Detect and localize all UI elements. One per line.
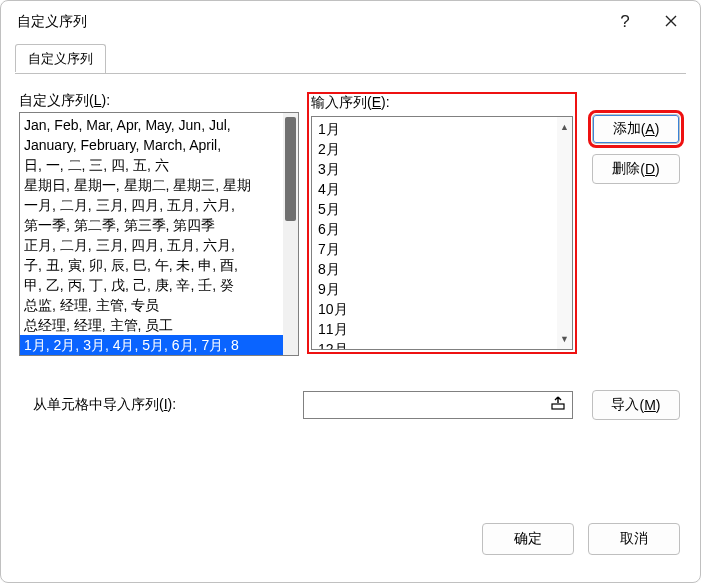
help-icon: ? [620,12,629,32]
entries-textarea[interactable]: 1月 2月 3月 4月 5月 6月 7月 8月 9月 10月 11月 12月 ▲… [311,116,573,350]
entries-label-accel: E [372,94,381,110]
entries-scroll-up[interactable]: ▲ [559,121,570,133]
import-row: 从单元格中导入序列(I): 导入(M) [19,390,684,420]
entries-scrollbar[interactable]: ▲ ▼ [557,117,572,349]
tabstrip: 自定义序列 [15,43,686,73]
cancel-button[interactable]: 取消 [588,523,680,555]
close-icon [665,14,677,30]
ok-button[interactable]: 确定 [482,523,574,555]
entries-label-text: 输入序列 [311,94,367,110]
list-item[interactable]: January, February, March, April, [20,135,283,155]
import-label-accel: I [164,396,168,412]
delete-button[interactable]: 删除(D) [592,154,680,184]
import-button[interactable]: 导入(M) [592,390,680,420]
list-item[interactable]: 甲, 乙, 丙, 丁, 戊, 己, 庚, 辛, 壬, 癸 [20,275,283,295]
lists-scrollbar[interactable] [283,113,298,355]
entries-label: 输入序列(E): [311,94,390,112]
entries-column: 输入序列(E): 1月 2月 3月 4月 5月 6月 7月 8月 9月 10月 … [307,92,577,360]
list-item[interactable]: 星期日, 星期一, 星期二, 星期三, 星期 [20,175,283,195]
content: 自定义序列(L): Jan, Feb, Mar, Apr, May, Jun, … [1,74,700,510]
import-input[interactable] [303,391,573,419]
import-button-accel: M [644,397,656,413]
entries-text: 1月 2月 3月 4月 5月 6月 7月 8月 9月 10月 11月 12月 [312,117,557,349]
add-button-accel: A [645,121,654,137]
list-item[interactable]: 一月, 二月, 三月, 四月, 五月, 六月, [20,195,283,215]
list-item[interactable]: 总监, 经理, 主管, 专员 [20,295,283,315]
chevron-down-icon: ▼ [560,334,569,344]
range-picker-button[interactable] [549,395,567,413]
import-input-cell [303,391,573,419]
delete-button-label: 删除 [612,160,640,178]
entries-scroll-down[interactable]: ▼ [559,333,570,345]
add-button-label: 添加 [613,120,641,138]
lists-listbox[interactable]: Jan, Feb, Mar, Apr, May, Jun, Jul,Januar… [19,112,299,356]
help-button[interactable]: ? [602,6,648,38]
list-item[interactable]: 正月, 二月, 三月, 四月, 五月, 六月, [20,235,283,255]
lists-scrollbar-thumb[interactable] [285,117,296,221]
lists-label-text: 自定义序列 [19,92,89,108]
range-picker-icon [550,395,566,414]
import-button-label: 导入 [611,396,639,414]
lists-column: 自定义序列(L): Jan, Feb, Mar, Apr, May, Jun, … [19,92,299,360]
import-label-text: 从单元格中导入序列 [33,396,159,412]
titlebar-buttons: ? [602,6,694,38]
list-item[interactable]: 子, 丑, 寅, 卯, 辰, 巳, 午, 未, 申, 酉, [20,255,283,275]
close-button[interactable] [648,6,694,38]
ok-button-label: 确定 [514,530,542,548]
entries-wrap: 输入序列(E): 1月 2月 3月 4月 5月 6月 7月 8月 9月 10月 … [307,92,577,360]
import-label: 从单元格中导入序列(I): [19,396,293,414]
list-item[interactable]: 总经理, 经理, 主管, 员工 [20,315,283,335]
lists-label: 自定义序列(L): [19,92,299,110]
svg-rect-0 [552,404,564,409]
main-row: 自定义序列(L): Jan, Feb, Mar, Apr, May, Jun, … [19,92,684,360]
list-item[interactable]: 日, 一, 二, 三, 四, 五, 六 [20,155,283,175]
window-title: 自定义序列 [17,13,602,31]
lists-items-container: Jan, Feb, Mar, Apr, May, Jun, Jul,Januar… [20,113,283,355]
add-button[interactable]: 添加(A) [592,114,680,144]
chevron-up-icon: ▲ [560,122,569,132]
tab-custom-lists[interactable]: 自定义序列 [15,44,106,73]
bottombar: 确定 取消 [1,510,700,582]
list-item[interactable]: 1月, 2月, 3月, 4月, 5月, 6月, 7月, 8 [20,335,283,355]
list-item[interactable]: Jan, Feb, Mar, Apr, May, Jun, Jul, [20,115,283,135]
side-buttons: 添加(A) 删除(D) [585,92,684,360]
titlebar: 自定义序列 ? [1,1,700,43]
list-item[interactable]: 第一季, 第二季, 第三季, 第四季 [20,215,283,235]
cancel-button-label: 取消 [620,530,648,548]
lists-label-accel: L [94,92,102,108]
delete-button-accel: D [645,161,655,177]
custom-lists-dialog: 自定义序列 ? 自定义序列 自定义序列(L): Jan, Feb, Mar, A… [0,0,701,583]
